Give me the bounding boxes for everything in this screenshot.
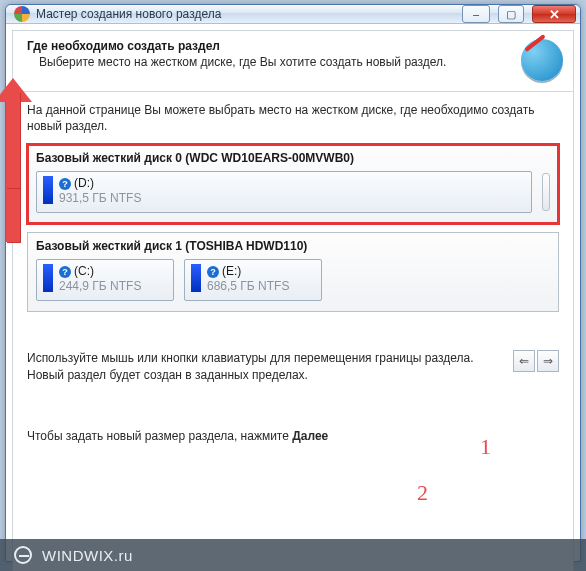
window-title: Мастер создания нового раздела: [36, 7, 221, 21]
app-icon: [14, 6, 30, 22]
minimize-button[interactable]: –: [462, 5, 490, 23]
page-title: Где необходимо создать раздел: [27, 39, 513, 53]
wizard-body: Где необходимо создать раздел Выберите м…: [12, 30, 574, 571]
partition-d[interactable]: ?(D:) 931,5 ГБ NTFS: [36, 171, 532, 213]
partition-label: (E:): [222, 264, 241, 278]
press-prefix: Чтобы задать новый размер раздела, нажми…: [27, 429, 292, 443]
hint-text: Используйте мышь или кнопки клавиатуры д…: [27, 350, 505, 382]
annotation-label-1: 1: [480, 434, 491, 460]
resize-handle[interactable]: [542, 173, 550, 211]
partition-c[interactable]: ?(C:) 244,9 ГБ NTFS: [36, 259, 174, 301]
titlebar: Мастер создания нового раздела – ▢ ✕: [6, 5, 580, 24]
watermark-bar: WINDWIX.ru: [0, 539, 586, 571]
disk-title: Базовый жесткий диск 1 (TOSHIBA HDWD110): [36, 239, 550, 253]
shrink-right-button[interactable]: ⇒: [537, 350, 559, 372]
shrink-left-button[interactable]: ⇐: [513, 350, 535, 372]
partition-stripe-icon: [191, 264, 201, 292]
disk-item-0[interactable]: Базовый жесткий диск 0 (WDC WD10EARS-00M…: [27, 144, 559, 224]
partition-stripe-icon: [43, 264, 53, 292]
watermark-logo-icon: [14, 546, 32, 564]
page-subtitle: Выберите место на жестком диске, где Вы …: [39, 55, 513, 69]
wizard-header: Где необходимо создать раздел Выберите м…: [13, 31, 573, 92]
partition-size: 931,5 ГБ NTFS: [59, 191, 141, 206]
partition-size: 686,5 ГБ NTFS: [207, 279, 289, 294]
info-icon: ?: [207, 266, 219, 278]
info-icon: ?: [59, 266, 71, 278]
partition-label: (C:): [74, 264, 94, 278]
partition-size: 244,9 ГБ NTFS: [59, 279, 141, 294]
description-text: На данной странице Вы можете выбрать мес…: [27, 102, 559, 134]
watermark-text: WINDWIX.ru: [42, 547, 133, 564]
wizard-icon: [521, 39, 563, 81]
close-button[interactable]: ✕: [532, 5, 576, 23]
info-icon: ?: [59, 178, 71, 190]
annotation-label-2: 2: [417, 480, 428, 506]
content-area: На данной странице Вы можете выбрать мес…: [13, 92, 573, 571]
disk-item-1[interactable]: Базовый жесткий диск 1 (TOSHIBA HDWD110)…: [27, 232, 559, 312]
disk-title: Базовый жесткий диск 0 (WDC WD10EARS-00M…: [36, 151, 550, 165]
partition-stripe-icon: [43, 176, 53, 204]
partition-e[interactable]: ?(E:) 686,5 ГБ NTFS: [184, 259, 322, 301]
partition-label: (D:): [74, 176, 94, 190]
wizard-window: Мастер создания нового раздела – ▢ ✕ Где…: [5, 4, 581, 562]
hint-row: Используйте мышь или кнопки клавиатуры д…: [27, 350, 559, 382]
press-bold: Далее: [292, 429, 328, 443]
maximize-button[interactable]: ▢: [498, 5, 524, 23]
